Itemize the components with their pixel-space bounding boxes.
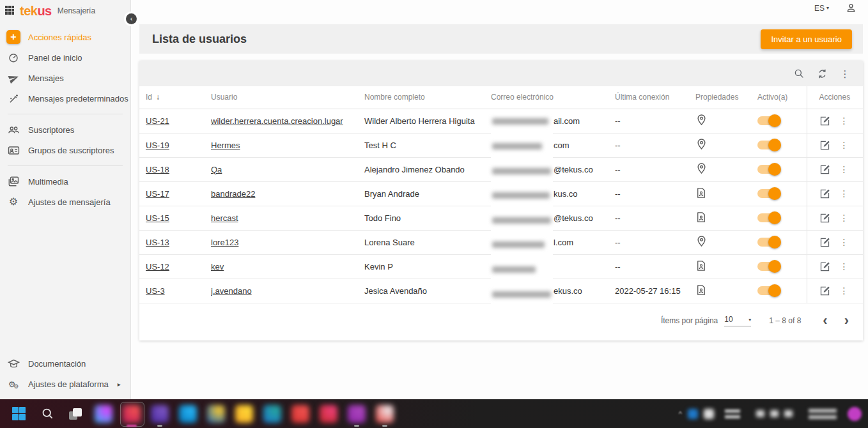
taskbar-app-6[interactable]	[230, 399, 258, 428]
taskbar-search-button[interactable]	[33, 399, 61, 428]
start-button[interactable]	[5, 399, 33, 428]
refresh-icon[interactable]	[814, 66, 830, 81]
user-id-link[interactable]: US-3	[146, 286, 165, 296]
taskbar-app-11[interactable]	[371, 399, 399, 428]
sidebar-item-mensajes-predeterminados[interactable]: Mensajes predeterminados	[0, 88, 130, 109]
user-id-link[interactable]: US-15	[146, 213, 169, 223]
taskbar-app-4[interactable]	[174, 399, 202, 428]
taskbar-app-1[interactable]	[89, 399, 118, 428]
kebab-menu-icon[interactable]: ⋮	[837, 66, 853, 81]
sidebar-item-ajustes-de-plataforma[interactable]: ⚙⚙ Ajustes de plataforma ▸	[0, 374, 130, 394]
sidebar-item-panel-de-inicio[interactable]: Panel de inicio	[0, 47, 130, 68]
taskbar-app-9[interactable]	[314, 399, 343, 428]
sidebar-item-grupos-de-suscriptores[interactable]: Grupos de suscriptores	[0, 140, 130, 160]
sidebar-item-mensajes[interactable]: Mensajes	[0, 68, 130, 88]
taskbar-app-2[interactable]	[118, 399, 146, 428]
row-kebab-menu-icon[interactable]: ⋮	[840, 188, 849, 199]
user-id-link[interactable]: US-17	[146, 189, 169, 199]
sidebar-item-documentacion[interactable]: Documentación	[0, 353, 130, 374]
items-per-page-select[interactable]: 10 ▾	[724, 315, 751, 326]
edit-icon[interactable]	[819, 237, 830, 248]
language-indicator[interactable]	[725, 409, 740, 418]
username-link[interactable]: Hermes	[211, 141, 240, 150]
taskbar-app-10[interactable]	[343, 399, 371, 428]
column-header-id[interactable]: Id↓	[139, 86, 211, 109]
username-link[interactable]: kev	[211, 262, 224, 271]
row-kebab-menu-icon[interactable]: ⋮	[840, 213, 849, 223]
active-toggle[interactable]	[757, 238, 779, 247]
tray-app-icon[interactable]	[688, 409, 698, 419]
username-link[interactable]: bandrade22	[211, 189, 255, 199]
task-view-button[interactable]	[61, 399, 89, 428]
location-pin-icon[interactable]	[695, 138, 708, 150]
location-pin-icon[interactable]	[695, 162, 708, 174]
edit-icon[interactable]	[819, 188, 830, 199]
location-pin-icon[interactable]	[695, 114, 708, 126]
next-page-button[interactable]: ›	[844, 314, 849, 328]
column-header-ultima-conexion[interactable]: Última conexión	[615, 86, 695, 109]
invite-user-button[interactable]: Invitar a un usuario	[761, 29, 852, 49]
location-pin-icon[interactable]	[695, 235, 708, 247]
column-header-nombre[interactable]: Nombre completo	[364, 86, 491, 109]
sidebar-collapse-button[interactable]: ‹	[126, 13, 137, 24]
contact-card-icon[interactable]	[695, 284, 707, 296]
active-toggle[interactable]	[757, 165, 779, 174]
edit-icon[interactable]	[819, 286, 830, 296]
username-link[interactable]: hercast	[211, 213, 238, 223]
user-id-link[interactable]: US-12	[146, 262, 169, 271]
sidebar-item-ajustes-de-mensajeria[interactable]: ⚙ Ajustes de mensajería	[0, 192, 130, 212]
row-kebab-menu-icon[interactable]: ⋮	[840, 116, 849, 126]
apps-grid-icon[interactable]	[5, 6, 15, 16]
account-icon[interactable]	[846, 3, 856, 13]
taskbar-app-5[interactable]	[202, 399, 230, 428]
clock[interactable]	[809, 409, 837, 419]
active-toggle[interactable]	[757, 189, 779, 198]
contact-card-icon[interactable]	[695, 260, 707, 271]
language-selector[interactable]: ES ▾	[814, 4, 829, 13]
username-link[interactable]: lore123	[211, 238, 238, 247]
user-id-link[interactable]: US-19	[146, 141, 169, 150]
contact-card-icon[interactable]	[695, 187, 707, 199]
username-link[interactable]: wilder.herrera.cuenta.creacion.lugar	[211, 116, 343, 126]
user-id-link[interactable]: US-18	[146, 165, 169, 174]
sidebar-item-acciones-rapidas[interactable]: + Acciones rápidas	[0, 27, 130, 47]
username-link[interactable]: j.avendano	[211, 286, 252, 296]
edit-icon[interactable]	[819, 261, 830, 272]
search-icon[interactable]	[791, 66, 807, 81]
sidebar-item-label: Multimedia	[28, 177, 68, 187]
volume-icon	[770, 410, 779, 417]
active-toggle[interactable]	[757, 262, 779, 271]
magic-wand-icon	[6, 91, 20, 105]
tray-app-icon[interactable]	[704, 409, 714, 419]
row-kebab-menu-icon[interactable]: ⋮	[840, 164, 849, 174]
contact-card-icon[interactable]	[695, 211, 707, 223]
edit-icon[interactable]	[819, 213, 830, 224]
column-header-usuario[interactable]: Usuario	[211, 86, 364, 109]
edit-icon[interactable]	[819, 116, 830, 126]
username-link[interactable]: Qa	[211, 165, 222, 174]
column-header-correo[interactable]: Correo electrónico	[491, 86, 615, 109]
active-toggle[interactable]	[757, 116, 779, 125]
taskbar-app-3[interactable]	[146, 399, 174, 428]
edit-icon[interactable]	[819, 164, 830, 175]
previous-page-button[interactable]: ‹	[823, 314, 827, 328]
user-id-link[interactable]: US-13	[146, 238, 169, 247]
active-toggle[interactable]	[757, 286, 779, 295]
user-id-link[interactable]: US-21	[146, 116, 169, 126]
row-kebab-menu-icon[interactable]: ⋮	[840, 261, 849, 271]
active-toggle[interactable]	[757, 213, 779, 222]
taskbar-app-8[interactable]	[286, 399, 314, 428]
row-kebab-menu-icon[interactable]: ⋮	[840, 140, 849, 150]
system-icons[interactable]	[756, 410, 793, 417]
full-name-cell: Kevin P	[364, 254, 491, 279]
sidebar-item-label: Suscriptores	[28, 125, 74, 135]
notification-badge[interactable]	[848, 407, 862, 421]
tray-expand-button[interactable]: ^	[679, 410, 682, 418]
edit-icon[interactable]	[819, 140, 830, 151]
row-kebab-menu-icon[interactable]: ⋮	[840, 237, 849, 247]
sidebar-item-suscriptores[interactable]: Suscriptores	[0, 119, 130, 140]
active-toggle[interactable]	[757, 141, 779, 149]
taskbar-app-7[interactable]	[258, 399, 286, 428]
sidebar-item-multimedia[interactable]: Multimedia	[0, 171, 130, 192]
row-kebab-menu-icon[interactable]: ⋮	[840, 286, 849, 296]
